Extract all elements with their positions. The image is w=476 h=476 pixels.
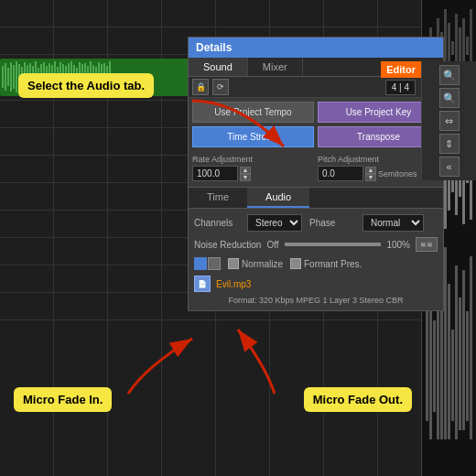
svg-rect-78 <box>470 256 472 439</box>
blue-square <box>194 257 207 270</box>
noise-icon: ≋≋ <box>416 237 438 252</box>
rate-input[interactable] <box>192 166 238 181</box>
annotation-select-audio: Select the Audio tab. <box>18 73 154 98</box>
svg-rect-74 <box>455 265 458 439</box>
annotation-micro-fade-in: Micro Fade In. <box>14 387 112 412</box>
formant-label[interactable]: Formant Pres. <box>290 258 362 269</box>
svg-rect-4 <box>13 65 15 89</box>
tab-mixer[interactable]: Mixer <box>248 58 303 76</box>
normalize-checkbox[interactable] <box>228 258 239 269</box>
normalize-text: Normalize <box>242 259 283 269</box>
norm-row: Normalize Formant Pres. <box>194 257 438 270</box>
format-text: Format: 320 Kbps MPEG 1 Layer 3 Stereo C… <box>194 296 438 305</box>
svg-rect-66 <box>426 293 428 421</box>
formant-checkbox[interactable] <box>290 258 301 269</box>
empty-track-1 <box>0 0 421 27</box>
rate-group: Rate Adjustment ▲ ▼ <box>192 155 314 181</box>
channels-select[interactable]: Stereo Mono <box>247 214 302 232</box>
phase-label: Phase <box>309 218 355 228</box>
svg-rect-75 <box>459 298 461 430</box>
phase-select[interactable]: Normal Inverted <box>362 214 424 232</box>
svg-rect-51 <box>466 37 469 55</box>
time-display: 4 | 4 <box>385 80 416 95</box>
audio-section: Channels Stereo Mono Phase Normal Invert… <box>189 209 443 310</box>
pitch-spinner[interactable]: ▲ ▼ <box>365 167 376 181</box>
pitch-down[interactable]: ▼ <box>365 174 376 181</box>
svg-rect-47 <box>451 41 454 55</box>
rt-arrows2-btn[interactable]: ⇕ <box>439 134 460 154</box>
svg-rect-2 <box>7 68 9 86</box>
lock-btn[interactable]: 🔒 <box>192 79 209 95</box>
channels-row: Channels Stereo Mono Phase Normal Invert… <box>194 214 438 232</box>
pitch-unit: Semitones <box>378 169 417 178</box>
details-panel: Details Sound Mixer 🔒 ⟳ 4 | 4 ▶ Use Proj… <box>188 37 444 311</box>
color-squares <box>194 257 221 270</box>
rt-search-btn[interactable]: 🔍 <box>439 65 460 85</box>
section-tabs[interactable]: Time Audio <box>189 187 443 209</box>
gray-square <box>208 257 221 270</box>
svg-rect-68 <box>433 320 436 412</box>
rate-up[interactable]: ▲ <box>240 167 251 174</box>
svg-rect-77 <box>466 311 469 421</box>
noise-max: 100% <box>386 240 410 250</box>
right-toolbar: 🔍 🔍 ⇔ ⇕ « <box>421 61 476 180</box>
svg-rect-73 <box>451 330 454 421</box>
time-stretch-btn[interactable]: Time Stretch <box>192 126 314 147</box>
rt-arrows-btn[interactable]: ⇔ <box>439 111 460 131</box>
rt-search2-btn[interactable]: 🔍 <box>439 88 460 108</box>
formant-text: Formant Pres. <box>304 259 362 269</box>
noise-slider[interactable] <box>285 243 382 246</box>
loop-btn[interactable]: ⟳ <box>212 79 229 95</box>
use-project-tempo-btn[interactable]: Use Project Tempo <box>192 102 314 123</box>
pitch-up[interactable]: ▲ <box>365 167 376 174</box>
noise-row: Noise Reduction Off 100% ≋≋ <box>194 237 438 252</box>
svg-rect-49 <box>459 27 461 64</box>
file-row: 📄 Evil.mp3 <box>194 276 438 292</box>
details-title: Details <box>196 41 232 54</box>
file-icon: 📄 <box>194 276 211 292</box>
noise-off: Off <box>266 240 278 250</box>
svg-rect-1 <box>5 63 6 91</box>
pitch-input[interactable] <box>318 166 363 181</box>
svg-rect-3 <box>10 62 12 92</box>
stretch-row: Use Project Tempo Use Project Key <box>189 98 443 126</box>
rt-back-btn[interactable]: « <box>439 157 460 177</box>
rate-label: Rate Adjustment <box>192 155 314 164</box>
normalize-label[interactable]: Normalize <box>228 258 283 269</box>
details-toolbar: 🔒 ⟳ 4 | 4 ▶ <box>189 77 443 98</box>
svg-rect-5 <box>16 61 17 92</box>
rate-spinner[interactable]: ▲ ▼ <box>240 167 251 181</box>
tab-audio[interactable]: Audio <box>247 188 309 208</box>
params-row: Rate Adjustment ▲ ▼ Pitch Adjustment ▲ ▼… <box>189 151 443 185</box>
tab-sound[interactable]: Sound <box>189 58 248 76</box>
svg-rect-72 <box>448 284 450 439</box>
noise-label: Noise Reduction <box>194 240 261 250</box>
tab-time[interactable]: Time <box>189 188 247 208</box>
rate-input-row: ▲ ▼ <box>192 166 314 181</box>
mode-row: Time Stretch Transpose <box>189 126 443 151</box>
details-header: Details <box>189 38 443 58</box>
editor-button[interactable]: Editor <box>381 61 421 78</box>
file-name: Evil.mp3 <box>216 279 251 289</box>
channels-label: Channels <box>194 218 240 228</box>
svg-rect-70 <box>440 302 443 439</box>
rate-down[interactable]: ▼ <box>240 174 251 181</box>
annotation-micro-fade-out: Micro Fade Out. <box>304 387 412 412</box>
svg-rect-0 <box>2 66 4 88</box>
svg-rect-76 <box>462 270 465 430</box>
